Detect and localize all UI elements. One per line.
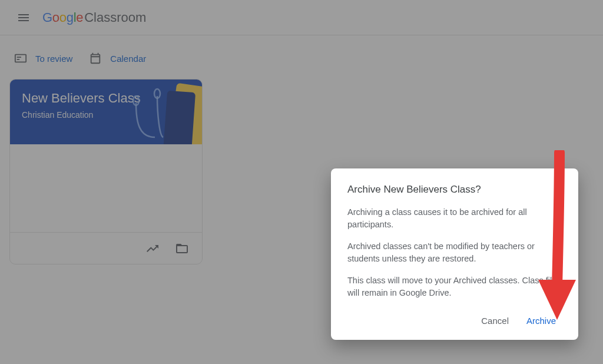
dialog-paragraph: Archiving a class causes it to be archiv… <box>347 206 562 231</box>
dialog-body: Archiving a class causes it to be archiv… <box>347 206 562 299</box>
cancel-button[interactable]: Cancel <box>475 310 515 332</box>
dialog-actions: Cancel Archive <box>347 310 562 332</box>
dialog-paragraph: This class will move to your Archived cl… <box>347 274 562 299</box>
archive-button[interactable]: Archive <box>521 310 562 332</box>
archive-dialog: Archive New Believers Class? Archiving a… <box>331 168 578 340</box>
dialog-paragraph: Archived classes can't be modified by te… <box>347 240 562 265</box>
dialog-title: Archive New Believers Class? <box>347 184 562 196</box>
